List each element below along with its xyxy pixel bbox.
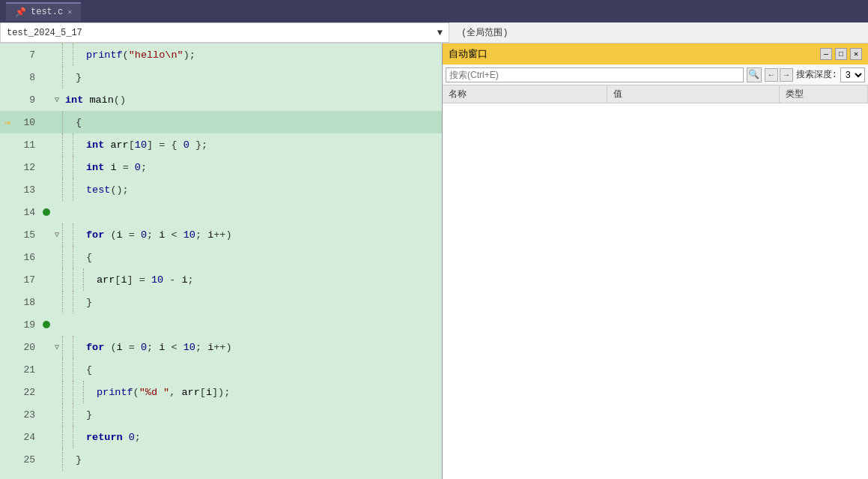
code-line-24: 24 return 0; xyxy=(0,426,442,448)
line-text-10: { xyxy=(73,117,442,128)
line-text-13: test(); xyxy=(83,184,442,196)
line-num-7: 7 xyxy=(15,49,41,61)
code-line-23: 23 } xyxy=(0,403,442,426)
depth-select[interactable]: 3 1 2 4 5 xyxy=(840,67,865,82)
code-line-13: 13 test(); xyxy=(0,178,442,201)
line-num-18: 18 xyxy=(15,297,41,308)
file-tab[interactable]: 📌 test.c ✕ xyxy=(6,2,81,21)
line-num-14: 14 xyxy=(15,207,41,218)
line-num-12: 12 xyxy=(15,162,41,173)
line-text-7: printf("hello\n"); xyxy=(83,49,442,61)
auto-window-title: 自动窗口 xyxy=(449,47,488,61)
breakpoint-indicator-14 xyxy=(43,208,50,216)
pin-icon: 📌 xyxy=(15,7,26,18)
line-num-13: 13 xyxy=(15,184,41,196)
line-num-22: 22 xyxy=(15,387,41,398)
code-line-16: 16 { xyxy=(0,246,442,268)
main-layout: 7 printf("hello\n"); 8 } 9 xyxy=(0,43,868,479)
auto-minimize-button[interactable]: — xyxy=(820,48,832,60)
line-num-15: 15 xyxy=(15,229,41,241)
code-line-19: 19 xyxy=(0,313,442,336)
code-line-15: 15 ▽ for (i = 0; i < 10; i++) xyxy=(0,223,442,246)
line-num-17: 17 xyxy=(15,274,41,286)
code-line-11: 11 int arr[10] = { 0 }; xyxy=(0,133,442,156)
tab-close-button[interactable]: ✕ xyxy=(67,7,72,16)
table-body xyxy=(443,103,868,479)
auto-window-panel: 自动窗口 — □ ✕ 🔍 ← → 搜索深度: 3 1 2 4 5 xyxy=(442,43,868,479)
line-text-25: } xyxy=(73,454,442,466)
title-bar: 📌 test.c ✕ xyxy=(0,0,868,22)
line-collapse-20[interactable]: ▽ xyxy=(52,343,62,352)
search-nav: ← → xyxy=(765,68,793,82)
code-line-21: 21 { xyxy=(0,358,442,381)
auto-restore-button[interactable]: □ xyxy=(835,48,847,60)
auto-header-title-group: 自动窗口 xyxy=(449,47,488,61)
line-num-23: 23 xyxy=(15,409,41,421)
col-header-value: 值 xyxy=(607,85,780,103)
code-line-18: 18 } xyxy=(0,291,442,313)
table-header: 名称 值 类型 xyxy=(443,85,868,103)
line-text-16: { xyxy=(83,252,442,263)
line-num-16: 16 xyxy=(15,252,41,263)
line-num-11: 11 xyxy=(15,139,41,151)
code-line-22: 22 printf("%d ", arr[i]); xyxy=(0,381,442,403)
line-collapse-15[interactable]: ▽ xyxy=(52,230,62,239)
line-num-25: 25 xyxy=(15,454,41,466)
code-content: 7 printf("hello\n"); 8 } 9 xyxy=(0,43,442,479)
code-line-20: 20 ▽ for (i = 0; i < 10; i++) xyxy=(0,336,442,358)
code-line-7: 7 printf("hello\n"); xyxy=(0,43,442,66)
line-num-21: 21 xyxy=(15,364,41,376)
line-text-23: } xyxy=(83,409,442,421)
col-header-name: 名称 xyxy=(443,85,607,103)
line-num-9: 9 xyxy=(15,94,41,106)
line-text-22: printf("%d ", arr[i]); xyxy=(94,387,442,398)
line-bp-14[interactable] xyxy=(41,208,52,216)
line-num-20: 20 xyxy=(15,342,41,353)
line-num-19: 19 xyxy=(15,319,41,331)
depth-label: 搜索深度: xyxy=(796,68,837,81)
code-panel: 7 printf("hello\n"); 8 } 9 xyxy=(0,43,442,479)
line-collapse-9[interactable]: ▽ xyxy=(52,95,62,104)
line-text-18: } xyxy=(83,297,442,308)
code-line-14: 14 xyxy=(0,201,442,223)
line-text-17: arr[i] = 10 - i; xyxy=(94,274,442,286)
line-text-12: int i = 0; xyxy=(83,162,442,173)
code-line-25: 25 } xyxy=(0,448,442,471)
line-text-9: int main() xyxy=(62,94,442,106)
code-line-17: 17 arr[i] = 10 - i; xyxy=(0,268,442,291)
auto-window-header: 自动窗口 — □ ✕ xyxy=(443,43,868,64)
search-forward-button[interactable]: → xyxy=(780,68,793,82)
breakpoint-indicator-19 xyxy=(43,321,50,328)
code-line-9: 9 ▽ int main() xyxy=(0,88,442,111)
line-num-10: 10 xyxy=(15,117,41,128)
line-text-21: { xyxy=(83,364,442,376)
line-text-11: int arr[10] = { 0 }; xyxy=(83,139,442,151)
search-input[interactable] xyxy=(446,67,744,82)
dropdown-value: test_2024_5_17 xyxy=(7,28,82,38)
line-text-24: return 0; xyxy=(83,432,442,443)
auto-header-controls: — □ ✕ xyxy=(820,48,862,60)
line-bp-19[interactable] xyxy=(41,321,52,328)
search-button[interactable]: 🔍 xyxy=(747,67,762,82)
dropdown-arrow-icon: ▼ xyxy=(437,28,443,38)
code-line-12: 12 int i = 0; xyxy=(0,156,442,178)
line-text-20: for (i = 0; i < 10; i++) xyxy=(83,342,442,353)
line-arrow-10: ⇒ xyxy=(0,116,15,129)
search-bar: 🔍 ← → 搜索深度: 3 1 2 4 5 xyxy=(443,64,868,85)
file-dropdown[interactable]: test_2024_5_17 ▼ xyxy=(0,22,449,43)
tab-filename: test.c xyxy=(31,7,63,17)
auto-close-button[interactable]: ✕ xyxy=(850,48,862,60)
toolbar: test_2024_5_17 ▼ (全局范围) xyxy=(0,22,868,43)
line-num-8: 8 xyxy=(15,72,41,83)
col-header-type: 类型 xyxy=(780,85,868,103)
line-text-15: for (i = 0; i < 10; i++) xyxy=(83,229,442,241)
code-line-8: 8 } xyxy=(0,66,442,88)
scope-label: (全局范围) xyxy=(449,26,520,39)
search-back-button[interactable]: ← xyxy=(765,68,778,82)
code-line-10: ⇒ 10 { xyxy=(0,111,442,133)
line-num-24: 24 xyxy=(15,432,41,443)
line-text-8: } xyxy=(73,72,442,83)
